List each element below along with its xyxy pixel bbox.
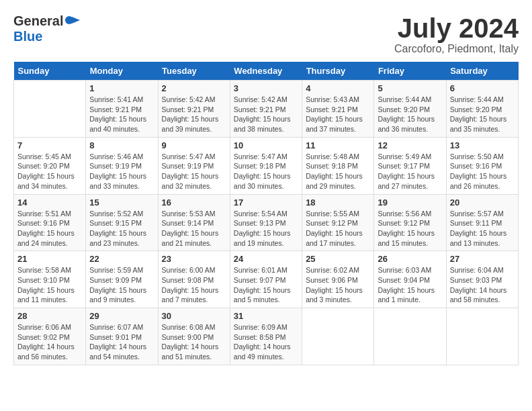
day-number: 12	[378, 140, 442, 150]
day-number: 13	[450, 140, 515, 150]
week-row-4: 21Sunrise: 5:58 AM Sunset: 9:10 PM Dayli…	[14, 251, 519, 308]
day-header-saturday: Saturday	[446, 62, 518, 81]
calendar-cell: 5Sunrise: 5:44 AM Sunset: 9:20 PM Daylig…	[374, 81, 446, 138]
day-number: 20	[450, 197, 515, 208]
calendar-cell: 6Sunrise: 5:44 AM Sunset: 9:20 PM Daylig…	[446, 81, 518, 138]
calendar-cell: 12Sunrise: 5:49 AM Sunset: 9:17 PM Dayli…	[374, 137, 446, 194]
day-header-monday: Monday	[86, 62, 158, 81]
day-info: Sunrise: 6:00 AM Sunset: 9:08 PM Dayligh…	[162, 265, 226, 305]
day-number: 24	[234, 254, 298, 264]
svg-marker-1	[72, 17, 80, 24]
calendar-cell: 4Sunrise: 5:43 AM Sunset: 9:21 PM Daylig…	[302, 81, 374, 138]
calendar-cell: 28Sunrise: 6:06 AM Sunset: 9:02 PM Dayli…	[14, 308, 86, 365]
day-number: 9	[162, 140, 226, 150]
calendar-cell: 25Sunrise: 6:02 AM Sunset: 9:06 PM Dayli…	[302, 251, 374, 308]
day-number: 27	[450, 254, 515, 264]
day-number: 6	[450, 83, 515, 93]
header: General Blue July 2024 Carcoforo, Piedmo…	[13, 13, 519, 55]
day-info: Sunrise: 6:08 AM Sunset: 9:00 PM Dayligh…	[162, 322, 226, 362]
calendar-cell: 26Sunrise: 6:03 AM Sunset: 9:04 PM Dayli…	[374, 251, 446, 308]
week-row-2: 7Sunrise: 5:45 AM Sunset: 9:20 PM Daylig…	[14, 137, 519, 194]
week-row-5: 28Sunrise: 6:06 AM Sunset: 9:02 PM Dayli…	[14, 308, 519, 365]
day-info: Sunrise: 6:02 AM Sunset: 9:06 PM Dayligh…	[306, 265, 370, 305]
day-header-row: SundayMondayTuesdayWednesdayThursdayFrid…	[14, 62, 519, 81]
calendar-cell: 8Sunrise: 5:46 AM Sunset: 9:19 PM Daylig…	[86, 137, 158, 194]
day-number: 16	[162, 197, 226, 208]
calendar-cell: 9Sunrise: 5:47 AM Sunset: 9:19 PM Daylig…	[158, 137, 230, 194]
calendar-cell: 2Sunrise: 5:42 AM Sunset: 9:21 PM Daylig…	[158, 81, 230, 138]
day-info: Sunrise: 6:04 AM Sunset: 9:03 PM Dayligh…	[450, 265, 515, 305]
day-info: Sunrise: 5:43 AM Sunset: 9:21 PM Dayligh…	[306, 95, 370, 134]
day-number: 19	[378, 197, 442, 208]
day-number: 17	[234, 197, 298, 208]
calendar-cell: 15Sunrise: 5:52 AM Sunset: 9:15 PM Dayli…	[86, 194, 158, 251]
day-info: Sunrise: 5:58 AM Sunset: 9:10 PM Dayligh…	[17, 265, 82, 305]
day-info: Sunrise: 5:55 AM Sunset: 9:12 PM Dayligh…	[306, 209, 370, 248]
calendar-cell: 16Sunrise: 5:53 AM Sunset: 9:14 PM Dayli…	[158, 194, 230, 251]
calendar-cell: 13Sunrise: 5:50 AM Sunset: 9:16 PM Dayli…	[446, 137, 518, 194]
day-info: Sunrise: 5:45 AM Sunset: 9:20 PM Dayligh…	[17, 152, 82, 191]
week-row-3: 14Sunrise: 5:51 AM Sunset: 9:16 PM Dayli…	[14, 194, 519, 251]
logo-general-text: General	[13, 13, 63, 29]
day-info: Sunrise: 5:49 AM Sunset: 9:17 PM Dayligh…	[378, 152, 442, 191]
day-number: 31	[234, 311, 298, 321]
calendar-cell: 30Sunrise: 6:08 AM Sunset: 9:00 PM Dayli…	[158, 308, 230, 365]
day-number: 29	[89, 311, 154, 321]
day-info: Sunrise: 5:46 AM Sunset: 9:19 PM Dayligh…	[89, 152, 154, 191]
day-info: Sunrise: 5:44 AM Sunset: 9:20 PM Dayligh…	[450, 95, 515, 134]
calendar-cell: 11Sunrise: 5:48 AM Sunset: 9:18 PM Dayli…	[302, 137, 374, 194]
calendar-cell: 24Sunrise: 6:01 AM Sunset: 9:07 PM Dayli…	[230, 251, 302, 308]
day-info: Sunrise: 6:07 AM Sunset: 9:01 PM Dayligh…	[89, 322, 154, 362]
calendar-cell: 17Sunrise: 5:54 AM Sunset: 9:13 PM Dayli…	[230, 194, 302, 251]
logo: General Blue	[13, 13, 80, 44]
day-info: Sunrise: 6:01 AM Sunset: 9:07 PM Dayligh…	[234, 265, 298, 305]
day-number: 11	[306, 140, 370, 150]
calendar-cell: 10Sunrise: 5:47 AM Sunset: 9:18 PM Dayli…	[230, 137, 302, 194]
day-info: Sunrise: 6:06 AM Sunset: 9:02 PM Dayligh…	[17, 322, 82, 362]
title-area: July 2024 Carcoforo, Piedmont, Italy	[394, 13, 519, 55]
day-number: 30	[162, 311, 226, 321]
day-info: Sunrise: 5:56 AM Sunset: 9:12 PM Dayligh…	[378, 209, 442, 248]
calendar-cell: 21Sunrise: 5:58 AM Sunset: 9:10 PM Dayli…	[14, 251, 86, 308]
calendar-cell: 27Sunrise: 6:04 AM Sunset: 9:03 PM Dayli…	[446, 251, 518, 308]
calendar-cell: 1Sunrise: 5:41 AM Sunset: 9:21 PM Daylig…	[86, 81, 158, 138]
calendar-cell: 20Sunrise: 5:57 AM Sunset: 9:11 PM Dayli…	[446, 194, 518, 251]
day-info: Sunrise: 5:57 AM Sunset: 9:11 PM Dayligh…	[450, 209, 515, 248]
day-number: 23	[162, 254, 226, 264]
calendar-cell: 7Sunrise: 5:45 AM Sunset: 9:20 PM Daylig…	[14, 137, 86, 194]
day-info: Sunrise: 5:41 AM Sunset: 9:21 PM Dayligh…	[89, 95, 154, 134]
day-number: 5	[378, 83, 442, 93]
logo-flag-icon	[65, 14, 80, 29]
day-info: Sunrise: 5:59 AM Sunset: 9:09 PM Dayligh…	[89, 265, 154, 305]
day-info: Sunrise: 5:48 AM Sunset: 9:18 PM Dayligh…	[306, 152, 370, 191]
day-number: 1	[89, 83, 154, 93]
day-info: Sunrise: 5:42 AM Sunset: 9:21 PM Dayligh…	[162, 95, 226, 134]
day-number: 4	[306, 83, 370, 93]
calendar-cell: 18Sunrise: 5:55 AM Sunset: 9:12 PM Dayli…	[302, 194, 374, 251]
calendar-cell: 31Sunrise: 6:09 AM Sunset: 8:58 PM Dayli…	[230, 308, 302, 365]
day-number: 28	[17, 311, 82, 321]
day-number: 26	[378, 254, 442, 264]
day-number: 7	[17, 140, 82, 150]
day-info: Sunrise: 5:42 AM Sunset: 9:21 PM Dayligh…	[234, 95, 298, 134]
day-info: Sunrise: 5:52 AM Sunset: 9:15 PM Dayligh…	[89, 209, 154, 248]
day-number: 14	[17, 197, 82, 208]
day-info: Sunrise: 5:47 AM Sunset: 9:18 PM Dayligh…	[234, 152, 298, 191]
day-info: Sunrise: 5:51 AM Sunset: 9:16 PM Dayligh…	[17, 209, 82, 248]
day-number: 25	[306, 254, 370, 264]
day-number: 10	[234, 140, 298, 150]
calendar-cell	[14, 81, 86, 138]
day-info: Sunrise: 6:09 AM Sunset: 8:58 PM Dayligh…	[234, 322, 298, 362]
day-header-wednesday: Wednesday	[230, 62, 302, 81]
day-info: Sunrise: 5:50 AM Sunset: 9:16 PM Dayligh…	[450, 152, 515, 191]
day-number: 21	[17, 254, 82, 264]
calendar-cell	[302, 308, 374, 365]
day-header-thursday: Thursday	[302, 62, 374, 81]
calendar-cell	[446, 308, 518, 365]
calendar-cell: 14Sunrise: 5:51 AM Sunset: 9:16 PM Dayli…	[14, 194, 86, 251]
day-number: 22	[89, 254, 154, 264]
day-info: Sunrise: 6:03 AM Sunset: 9:04 PM Dayligh…	[378, 265, 442, 305]
day-header-sunday: Sunday	[14, 62, 86, 81]
day-info: Sunrise: 5:54 AM Sunset: 9:13 PM Dayligh…	[234, 209, 298, 248]
day-number: 15	[89, 197, 154, 208]
